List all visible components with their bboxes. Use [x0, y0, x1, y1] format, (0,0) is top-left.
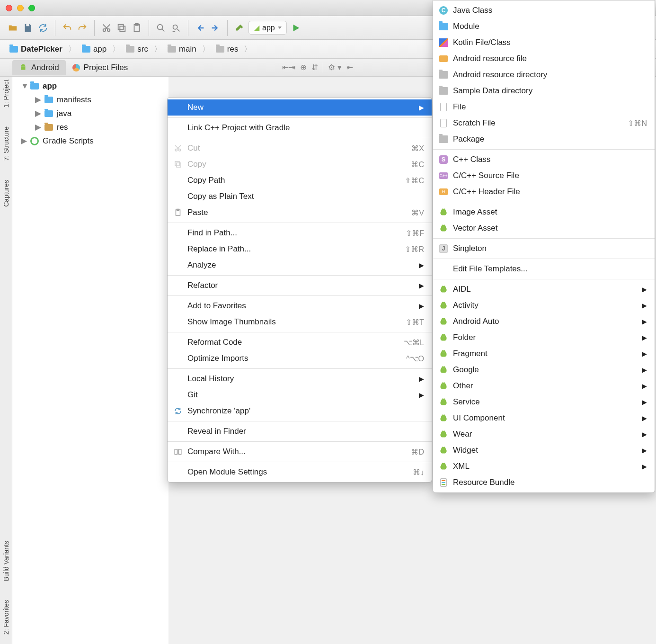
menu-item[interactable]: Copy⌘C: [168, 156, 432, 172]
breadcrumb-item[interactable]: main: [163, 43, 201, 56]
window-close-button[interactable]: [6, 5, 12, 11]
menu-item[interactable]: Compare With...⌘D: [168, 444, 432, 460]
save-icon[interactable]: [22, 22, 34, 34]
menu-item[interactable]: Wear▶: [433, 426, 655, 442]
android-icon: [439, 381, 448, 391]
tab-project-files[interactable]: Project Files: [66, 60, 135, 75]
build-icon[interactable]: [233, 22, 246, 34]
menu-item[interactable]: Widget▶: [433, 442, 655, 458]
rail-structure[interactable]: 7: Structure: [2, 126, 10, 161]
menu-item[interactable]: Synchronize 'app': [168, 403, 432, 419]
menu-item[interactable]: Reveal in Finder: [168, 423, 432, 439]
menu-item[interactable]: Scratch File⇧⌘N: [433, 115, 655, 131]
menu-item[interactable]: Sample Data directory: [433, 83, 655, 99]
breadcrumb-item[interactable]: app: [77, 43, 111, 56]
menu-item[interactable]: Refactor▶: [168, 277, 432, 294]
menu-item[interactable]: Package: [433, 131, 655, 147]
menu-item[interactable]: Module: [433, 18, 655, 35]
menu-item[interactable]: Cut⌘X: [168, 140, 432, 156]
menu-item[interactable]: Kotlin File/Class: [433, 35, 655, 51]
tree-node-res[interactable]: ▶ res: [12, 120, 168, 134]
menu-item[interactable]: Vector Asset: [433, 220, 655, 236]
menu-item[interactable]: Local History▶: [168, 371, 432, 387]
gear-icon[interactable]: ⚙ ▾: [328, 63, 342, 72]
undo-icon[interactable]: [61, 22, 73, 34]
menu-separator: [168, 295, 432, 296]
menu-item[interactable]: JSingleton: [433, 241, 655, 257]
menu-item[interactable]: Git▶: [168, 387, 432, 403]
window-minimize-button[interactable]: [17, 5, 24, 11]
paste-icon: [173, 208, 183, 217]
breadcrumb-item[interactable]: DatePicker: [5, 43, 67, 56]
menu-item[interactable]: Google▶: [433, 362, 655, 378]
tree-node-app[interactable]: ▼ app: [12, 80, 168, 93]
run-config-chip[interactable]: ◢ app: [248, 21, 287, 35]
rail-project[interactable]: 1: Project: [2, 80, 10, 107]
back-icon[interactable]: [194, 22, 206, 34]
menu-item[interactable]: Image Asset: [433, 204, 655, 220]
menu-item[interactable]: HC/C++ Header File: [433, 184, 655, 200]
menu-item[interactable]: Android resource file: [433, 51, 655, 67]
menu-item[interactable]: SC++ Class: [433, 152, 655, 168]
rail-build-variants[interactable]: Build Variants: [2, 541, 10, 581]
menu-item[interactable]: Activity▶: [433, 297, 655, 313]
open-icon[interactable]: [7, 22, 19, 34]
tab-label: Android: [31, 63, 59, 72]
paste-icon[interactable]: [131, 22, 143, 34]
menu-item[interactable]: Fragment▶: [433, 346, 655, 362]
menu-item[interactable]: Copy as Plain Text: [168, 188, 432, 205]
sync-icon[interactable]: [37, 22, 49, 34]
menu-item[interactable]: Link C++ Project with Gradle: [168, 120, 432, 136]
breadcrumb-label: app: [93, 45, 106, 54]
rail-captures[interactable]: Captures: [2, 180, 10, 207]
breadcrumb-item[interactable]: res: [211, 43, 243, 56]
menu-item[interactable]: Replace in Path...⇧⌘R: [168, 241, 432, 257]
replace-icon[interactable]: [170, 22, 182, 34]
tab-android[interactable]: Android: [12, 60, 66, 75]
menu-item[interactable]: AIDL▶: [433, 281, 655, 297]
find-icon[interactable]: [155, 22, 167, 34]
cut-icon[interactable]: [100, 22, 113, 34]
menu-item[interactable]: Service▶: [433, 394, 655, 410]
tree-node-java[interactable]: ▶ java: [12, 107, 168, 120]
menu-item[interactable]: Open Module Settings⌘↓: [168, 464, 432, 480]
rail-favorites[interactable]: 2: Favorites: [2, 600, 10, 635]
forward-icon[interactable]: [209, 22, 222, 34]
menu-item[interactable]: Android Auto▶: [433, 313, 655, 330]
target-icon[interactable]: ⊕: [300, 63, 307, 72]
expand-icon[interactable]: ⇤⇥: [282, 63, 295, 72]
menu-item[interactable]: File: [433, 99, 655, 115]
menu-item[interactable]: Other▶: [433, 378, 655, 394]
menu-item[interactable]: Optimize Imports^⌥O: [168, 350, 432, 367]
run-icon[interactable]: [290, 22, 302, 34]
menu-item[interactable]: CJava Class: [433, 2, 655, 18]
menu-item[interactable]: Find in Path...⇧⌘F: [168, 225, 432, 241]
menu-item[interactable]: Resource Bundle: [433, 474, 655, 491]
menu-item[interactable]: Edit File Templates...: [433, 261, 655, 277]
menu-item[interactable]: Paste⌘V: [168, 205, 432, 221]
window-controls: [6, 5, 35, 11]
menu-item[interactable]: Android resource directory: [433, 67, 655, 83]
menu-item[interactable]: Analyze▶: [168, 257, 432, 273]
menu-item[interactable]: Folder▶: [433, 330, 655, 346]
menu-item[interactable]: Show Image Thumbnails⇧⌘T: [168, 314, 432, 330]
submenu-arrow-icon: ▶: [642, 398, 647, 406]
menu-item[interactable]: C++C/C++ Source File: [433, 168, 655, 184]
tree-node-manifests[interactable]: ▶ manifests: [12, 93, 168, 107]
hide-icon[interactable]: ⇤: [346, 63, 353, 72]
copy-icon[interactable]: [115, 22, 128, 34]
window-maximize-button[interactable]: [28, 5, 35, 11]
menu-item[interactable]: New▶: [168, 99, 432, 116]
android-icon: [439, 224, 448, 233]
tree-node-gradle[interactable]: ▶ Gradle Scripts: [12, 134, 168, 148]
menu-item[interactable]: Copy Path⇧⌘C: [168, 172, 432, 188]
collapse-icon[interactable]: ⇵: [311, 63, 318, 72]
breadcrumb-item[interactable]: src: [121, 43, 153, 56]
menu-item[interactable]: XML▶: [433, 458, 655, 474]
menu-item[interactable]: Reformat Code⌥⌘L: [168, 334, 432, 350]
menu-item[interactable]: Add to Favorites▶: [168, 298, 432, 314]
submenu-arrow-icon: ▶: [419, 391, 424, 399]
rail-label-text: 7: Structure: [2, 126, 10, 161]
redo-icon[interactable]: [76, 22, 89, 34]
menu-item[interactable]: UI Component▶: [433, 410, 655, 426]
